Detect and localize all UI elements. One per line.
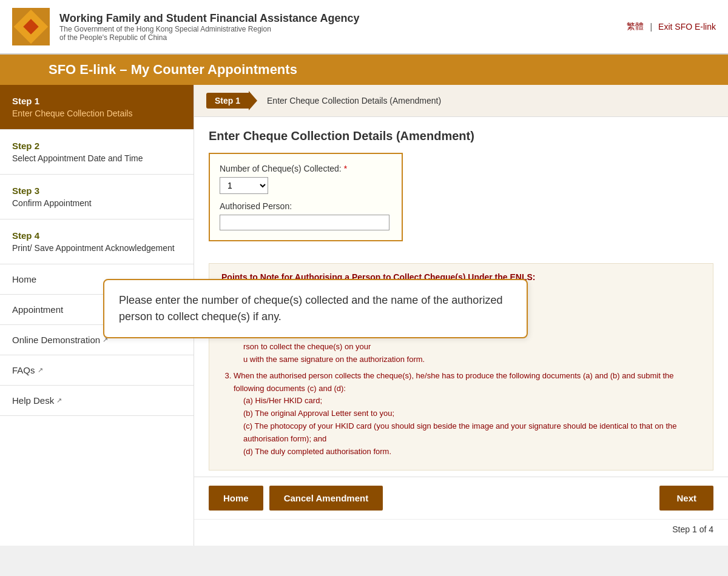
- form-section-title: Enter Cheque Collection Details (Amendme…: [209, 129, 713, 143]
- sidebar-nav-faqs-label: FAQs: [12, 365, 35, 375]
- sidebar-step-1[interactable]: Step 1 Enter Cheque Collection Details: [0, 85, 194, 130]
- bottom-bar: Home Cancel Amendment Next: [194, 477, 728, 519]
- tooltip-text: Please enter the number of cheque(s) col…: [119, 294, 502, 323]
- notes-item-3: When the authorised person collects the …: [234, 370, 701, 458]
- sidebar-step-4[interactable]: Step 4 Print/ Save Appointment Acknowled…: [0, 219, 194, 264]
- sidebar-nav-helpdesk-label: Help Desk: [12, 395, 54, 406]
- next-button[interactable]: Next: [659, 486, 713, 511]
- agency-name: Working Family and Student Financial Ass…: [59, 12, 359, 25]
- sidebar-step-3[interactable]: Step 3 Confirm Appointment: [0, 175, 194, 219]
- sidebar-nav-appointment-label: Appointment: [12, 304, 63, 315]
- form-section: Enter Cheque Collection Details (Amendme…: [194, 117, 728, 263]
- exit-link[interactable]: Exit SFO E-link: [658, 22, 716, 32]
- breadcrumb-arrow: [249, 91, 257, 110]
- cheques-required: *: [344, 164, 347, 173]
- title-bar: SFO E-link – My Counter Appointments: [0, 55, 728, 85]
- step-breadcrumb: Step 1 Enter Cheque Collection Details (…: [194, 85, 728, 117]
- external-icon-faqs: ↗: [38, 366, 43, 374]
- form-box: Number of Cheque(s) Collected: * 1 2 3 4…: [209, 153, 403, 241]
- external-icon-helpdesk: ↗: [56, 397, 62, 404]
- sidebar-nav-faqs[interactable]: FAQs ↗: [0, 355, 194, 386]
- step-2-desc: Select Appointment Date and Time: [12, 153, 181, 163]
- sidebar-nav-home-label: Home: [12, 274, 36, 284]
- step-3-label: Step 3: [12, 186, 181, 196]
- step-2-label: Step 2: [12, 141, 181, 151]
- sidebar-step-2[interactable]: Step 2 Select Appointment Date and Time: [0, 130, 194, 175]
- lang-link[interactable]: 繁體: [627, 21, 644, 32]
- step-4-label: Step 4: [12, 230, 181, 241]
- header-divider: |: [650, 22, 652, 32]
- cheques-label: Number of Cheque(s) Collected: *: [220, 164, 392, 173]
- sidebar-nav-helpdesk[interactable]: Help Desk ↗: [0, 386, 194, 416]
- step-1-desc: Enter Cheque Collection Details: [12, 109, 181, 118]
- tooltip-callout: Please enter the number of cheque(s) col…: [103, 279, 528, 338]
- home-button[interactable]: Home: [209, 486, 263, 511]
- breadcrumb-step-badge: Step 1: [206, 93, 249, 109]
- breadcrumb-step-title: Enter Cheque Collection Details (Amendme…: [257, 92, 451, 109]
- agency-logo: [12, 8, 50, 45]
- page-title: SFO E-link – My Counter Appointments: [49, 62, 716, 78]
- sidebar-nav-demo-label: Online Demonstration: [12, 335, 100, 345]
- cancel-button[interactable]: Cancel Amendment: [269, 486, 383, 511]
- agency-info: Working Family and Student Financial Ass…: [59, 12, 359, 42]
- agency-subtitle-1: The Government of the Hong Kong Special …: [59, 25, 359, 33]
- step-counter: Step 1 of 4: [194, 519, 728, 539]
- page-header: Working Family and Student Financial Ass…: [0, 0, 728, 55]
- authorised-person-input[interactable]: [220, 215, 389, 230]
- header-links: 繁體 | Exit SFO E-link: [627, 21, 716, 32]
- cheques-select[interactable]: 1 2 3 4 5: [220, 177, 268, 194]
- agency-subtitle-2: of the People's Republic of China: [59, 33, 359, 42]
- step-3-desc: Confirm Appointment: [12, 198, 181, 208]
- step-4-desc: Print/ Save Appointment Acknowledgement: [12, 243, 181, 253]
- person-label: Authorised Person:: [220, 201, 392, 211]
- step-1-label: Step 1: [12, 96, 181, 106]
